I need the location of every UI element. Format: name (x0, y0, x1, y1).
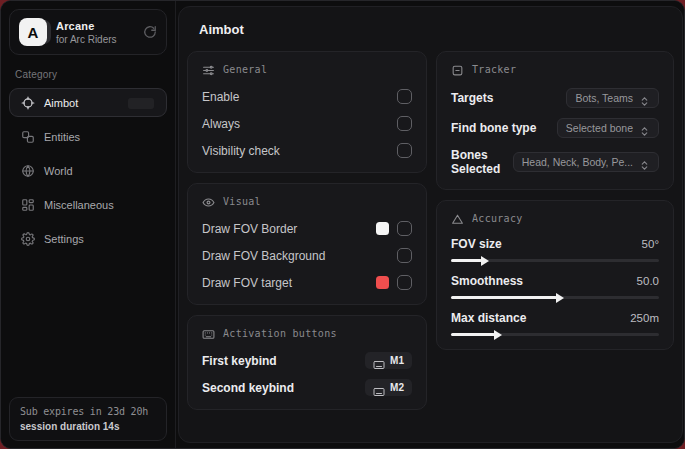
category-label: Category (15, 69, 161, 80)
slider-value: 50° (642, 238, 659, 250)
slider-fill (451, 333, 495, 336)
activation-panel: Activation buttons First keybind M1 (187, 315, 427, 410)
setting-label: First keybind (202, 354, 277, 368)
setting-label: Draw FOV target (202, 276, 292, 290)
sidebar-item-entities[interactable]: Entities (9, 122, 167, 151)
sidebar-item-label: Entities (44, 131, 80, 143)
accuracy-panel-header: Accuracy (451, 212, 659, 225)
page-title: Aimbot (199, 22, 674, 37)
brand-card: A Arcane for Arc Riders (9, 9, 167, 55)
focus-frame-icon (451, 63, 464, 76)
setting-row-targets: Targets Bots, Teams (451, 88, 659, 108)
controls (376, 221, 412, 236)
visual-panel-header: Visual (202, 195, 412, 208)
brand-logo: A (19, 18, 47, 46)
always-checkbox[interactable] (397, 116, 412, 131)
sidebar-item-label: Miscellaneous (44, 199, 114, 211)
setting-label: Draw FOV Background (202, 249, 325, 263)
slider-handle[interactable] (494, 330, 502, 340)
panel-title: Tracker (472, 64, 516, 75)
general-panel: General Enable Always Visibility check (187, 51, 427, 173)
setting-label: Find bone type (451, 121, 536, 135)
sidebar-item-label: World (44, 165, 73, 177)
keybind-value: M1 (390, 355, 404, 366)
globe-icon (21, 164, 35, 178)
brand-text: Arcane for Arc Riders (56, 20, 134, 45)
app-window: A Arcane for Arc Riders Category Ai (0, 0, 685, 449)
fov-border-checkbox[interactable] (397, 221, 412, 236)
brand-subtitle: for Arc Riders (56, 34, 134, 45)
setting-row-first-keybind: First keybind M1 (202, 352, 412, 369)
setting-label: Targets (451, 91, 493, 105)
crosshair-icon (21, 96, 35, 110)
targets-select[interactable]: Bots, Teams (566, 88, 659, 108)
slider-value: 50.0 (637, 275, 659, 287)
keyboard-icon (202, 327, 215, 340)
setting-row-find-bone-type: Find bone type Selected bone (451, 118, 659, 138)
panel-columns: General Enable Always Visibility check (187, 51, 674, 410)
triangle-icon (451, 212, 464, 225)
controls (376, 275, 412, 290)
refresh-icon[interactable] (143, 25, 157, 39)
smoothness-slider[interactable] (451, 296, 659, 299)
sliders-icon (202, 63, 215, 76)
keybind-value: M2 (390, 382, 404, 393)
setting-label: Second keybind (202, 381, 294, 395)
sidebar-item-world[interactable]: World (9, 156, 167, 185)
fov-background-checkbox[interactable] (397, 248, 412, 263)
boxes-icon (21, 130, 35, 144)
accuracy-panel: Accuracy FOV size 50° (436, 200, 674, 350)
panel-title: General (223, 64, 267, 75)
brand-name: Arcane (56, 20, 134, 32)
setting-label: Visibility check (202, 144, 280, 158)
setting-label: Bones Selected (451, 148, 513, 176)
slider-head: FOV size 50° (451, 237, 659, 251)
fov-size-slider[interactable] (451, 259, 659, 262)
color-swatch[interactable] (376, 222, 389, 235)
keyboard-icon (373, 356, 385, 366)
setting-row-max-distance: Max distance 250m (451, 311, 659, 336)
second-keybind-button[interactable]: M2 (365, 379, 412, 396)
setting-row-fov-target: Draw FOV target (202, 274, 412, 291)
select-value: Selected bone (566, 122, 633, 134)
visual-panel: Visual Draw FOV Border Draw FOV Backgrou… (187, 183, 427, 305)
color-swatch[interactable] (376, 276, 389, 289)
gear-icon (21, 232, 35, 246)
sidebar-item-settings[interactable]: Settings (9, 224, 167, 253)
setting-row-second-keybind: Second keybind M2 (202, 379, 412, 396)
general-panel-header: General (202, 63, 412, 76)
slider-value: 250m (630, 312, 659, 324)
setting-row-enable: Enable (202, 88, 412, 105)
sidebar-item-aimbot[interactable]: Aimbot (9, 88, 167, 117)
setting-label: FOV size (451, 237, 502, 251)
bones-selected-select[interactable]: Head, Neck, Body, Pe... (513, 152, 659, 172)
setting-label: Enable (202, 90, 239, 104)
slider-fill (451, 259, 482, 262)
tracker-panel-header: Tracker (451, 63, 659, 76)
select-value: Bots, Teams (575, 92, 633, 104)
chevrons-up-down-icon (639, 93, 650, 104)
sub-expiry-text: Sub expires in 23d 20h (20, 406, 156, 417)
activation-panel-header: Activation buttons (202, 327, 412, 340)
setting-row-fov-size: FOV size 50° (451, 237, 659, 262)
main-panel: Aimbot General (178, 6, 683, 443)
layout-icon (21, 198, 35, 212)
first-keybind-button[interactable]: M1 (365, 352, 412, 369)
session-duration-text: session duration 14s (20, 421, 156, 432)
setting-row-bones-selected: Bones Selected Head, Neck, Body, Pe... (451, 148, 659, 176)
sidebar-item-miscellaneous[interactable]: Miscellaneous (9, 190, 167, 219)
chevrons-up-down-icon (639, 157, 650, 168)
tracker-panel: Tracker Targets Bots, Teams (436, 51, 674, 190)
enable-checkbox[interactable] (397, 89, 412, 104)
visibility-check-checkbox[interactable] (397, 143, 412, 158)
fov-target-checkbox[interactable] (397, 275, 412, 290)
find-bone-type-select[interactable]: Selected bone (557, 118, 659, 138)
slider-handle[interactable] (556, 293, 564, 303)
nav-item-badge (128, 98, 154, 109)
left-column: General Enable Always Visibility check (187, 51, 427, 410)
slider-head: Smoothness 50.0 (451, 274, 659, 288)
slider-handle[interactable] (481, 256, 489, 266)
controls (397, 248, 412, 263)
max-distance-slider[interactable] (451, 333, 659, 336)
panel-title: Visual (223, 196, 261, 207)
